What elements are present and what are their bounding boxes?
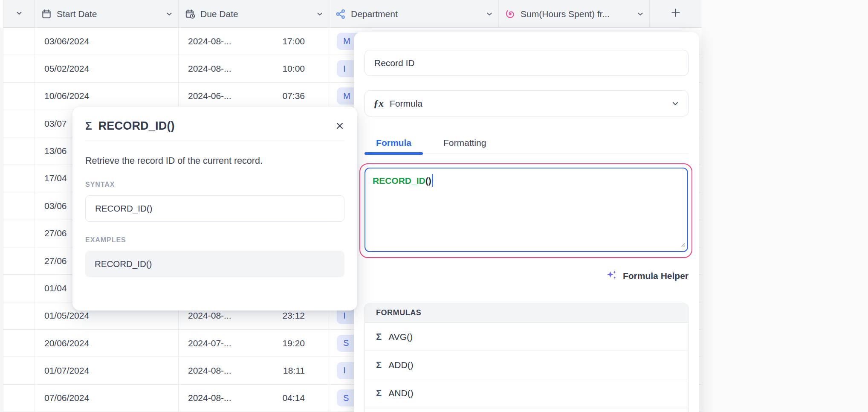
panel-tabs: Formula Formatting <box>365 138 689 154</box>
due-date-value: 2024-07-... <box>188 338 231 348</box>
row-select-cell[interactable] <box>3 357 35 384</box>
formulas-list-header: FORMULAS <box>365 303 688 323</box>
formula-list-item[interactable]: ΣADD() <box>365 351 688 379</box>
row-select-cell[interactable] <box>3 137 35 164</box>
text-caret <box>432 174 433 187</box>
formula-helper-button[interactable]: Formula Helper <box>365 269 689 283</box>
due-date-value: 2024-06-... <box>188 91 231 101</box>
column-label: Due Date <box>200 9 238 19</box>
column-header-start-date[interactable]: Start Date <box>35 0 179 28</box>
formula-item-label: AND() <box>388 388 413 398</box>
row-select-cell[interactable] <box>3 385 35 412</box>
due-time-value: 23:12 <box>282 310 305 321</box>
close-icon[interactable] <box>335 121 344 131</box>
row-select-cell[interactable] <box>3 55 35 82</box>
column-header-department[interactable]: Department <box>329 0 499 28</box>
resize-grip-icon[interactable] <box>679 239 686 250</box>
due-date-cell[interactable]: 2024-06-...07:36 <box>179 83 329 110</box>
due-date-cell[interactable]: 2024-07-...19:20 <box>179 330 329 357</box>
function-description: Retrieve the record ID of the current re… <box>85 156 344 166</box>
due-date-cell[interactable]: 2024-08-...17:00 <box>179 28 329 55</box>
column-label: Start Date <box>57 9 97 19</box>
start-date-cell[interactable]: 03/06/2024 <box>35 28 179 55</box>
row-select-cell[interactable] <box>3 28 35 55</box>
formula-list-item[interactable]: ΣAND() <box>365 379 688 407</box>
formula-parens-token: () <box>425 176 431 186</box>
start-date-cell[interactable]: 20/06/2024 <box>35 330 179 357</box>
grid-left-gutter <box>0 28 3 412</box>
start-date-cell[interactable]: 05/02/2024 <box>35 55 179 82</box>
due-date-cell[interactable]: 2024-08-...10:00 <box>179 55 329 82</box>
column-header-due-date[interactable]: Due Date <box>179 0 329 28</box>
field-name-input[interactable] <box>365 50 689 76</box>
chevron-down-icon <box>15 9 23 19</box>
due-date-value: 2024-08-... <box>188 310 231 321</box>
due-time-value: 19:20 <box>282 338 305 348</box>
due-time-value: 17:00 <box>282 36 305 46</box>
formula-list-item-partial <box>365 407 688 412</box>
divider <box>85 140 344 140</box>
formula-list-item[interactable]: ΣAVG() <box>365 323 688 351</box>
row-select-cell[interactable] <box>3 83 35 110</box>
due-date-cell[interactable]: 2024-08-...04:14 <box>179 385 329 412</box>
field-edit-panel: ƒx Formula Formula Formatting RECORD_ID(… <box>354 32 699 412</box>
app-window: Start Date Due Date Department <box>0 0 868 412</box>
chevron-down-icon[interactable] <box>316 10 324 18</box>
row-select-cell[interactable] <box>3 330 35 357</box>
tab-formatting[interactable]: Formatting <box>443 138 486 148</box>
row-select-cell[interactable] <box>3 110 35 137</box>
function-popup-title: RECORD_ID() <box>98 119 175 133</box>
due-time-value: 18:11 <box>283 366 305 376</box>
sigma-icon: Σ <box>376 360 382 371</box>
plus-icon <box>671 8 681 20</box>
sigma-icon: Σ <box>376 331 382 342</box>
row-select-cell[interactable] <box>3 220 35 247</box>
row-select-cell[interactable] <box>3 165 35 192</box>
row-select-cell[interactable] <box>3 192 35 219</box>
chevron-down-icon[interactable] <box>637 10 644 18</box>
field-type-select[interactable]: ƒx Formula <box>365 90 689 116</box>
sparkles-icon <box>606 269 618 283</box>
formula-editor[interactable]: RECORD_ID() <box>365 168 688 252</box>
chevron-down-icon[interactable] <box>486 10 493 18</box>
syntax-value: RECORD_ID() <box>85 195 344 222</box>
syntax-label: SYNTAX <box>85 181 344 189</box>
formula-helper-label: Formula Helper <box>623 271 689 281</box>
calendar-icon <box>41 9 52 20</box>
column-header-rollup[interactable]: Sum(Hours Spent) fr... <box>499 0 650 28</box>
relation-icon <box>335 9 346 20</box>
due-time-value: 10:00 <box>282 64 305 74</box>
example-value[interactable]: RECORD_ID() <box>85 251 344 277</box>
start-date-cell[interactable]: 07/06/2024 <box>35 385 179 412</box>
formulas-list-items: ΣAVG()ΣADD()ΣAND() <box>365 323 688 412</box>
start-date-cell[interactable]: 10/06/2024 <box>35 83 179 110</box>
grid-header: Start Date Due Date Department <box>0 0 701 28</box>
calendar-clock-icon <box>185 9 196 20</box>
formula-editor-focus-ring: RECORD_ID() <box>359 163 692 258</box>
due-time-value: 07:36 <box>282 91 305 101</box>
formula-item-label: ADD() <box>388 360 413 370</box>
column-label: Department <box>351 9 398 19</box>
select-all-header-cell[interactable] <box>3 0 35 28</box>
tab-formula[interactable]: Formula <box>365 138 423 148</box>
due-date-cell[interactable]: 2024-08-...18:11 <box>179 357 329 384</box>
sigma-icon: Σ <box>85 119 92 133</box>
formula-function-token: RECORD_ID <box>373 176 425 186</box>
formulas-list: FORMULAS ΣAVG()ΣADD()ΣAND() <box>365 303 689 412</box>
row-select-cell[interactable] <box>3 275 35 302</box>
fx-icon: ƒx <box>373 98 384 109</box>
due-date-value: 2024-08-... <box>188 36 231 46</box>
active-tab-indicator <box>365 152 423 155</box>
field-type-value: Formula <box>390 99 422 109</box>
column-label: Sum(Hours Spent) fr... <box>521 9 610 19</box>
chevron-down-icon <box>671 99 680 108</box>
due-time-value: 04:14 <box>282 393 305 403</box>
rollup-spiral-icon <box>505 9 516 20</box>
row-select-cell[interactable] <box>3 247 35 274</box>
add-field-button[interactable] <box>650 0 701 28</box>
function-help-popup: Σ RECORD_ID() Retrieve the record ID of … <box>72 107 357 310</box>
start-date-cell[interactable]: 01/07/2024 <box>35 357 179 384</box>
row-select-cell[interactable] <box>3 302 35 329</box>
formula-item-label: AVG() <box>388 332 413 342</box>
chevron-down-icon[interactable] <box>165 10 173 18</box>
